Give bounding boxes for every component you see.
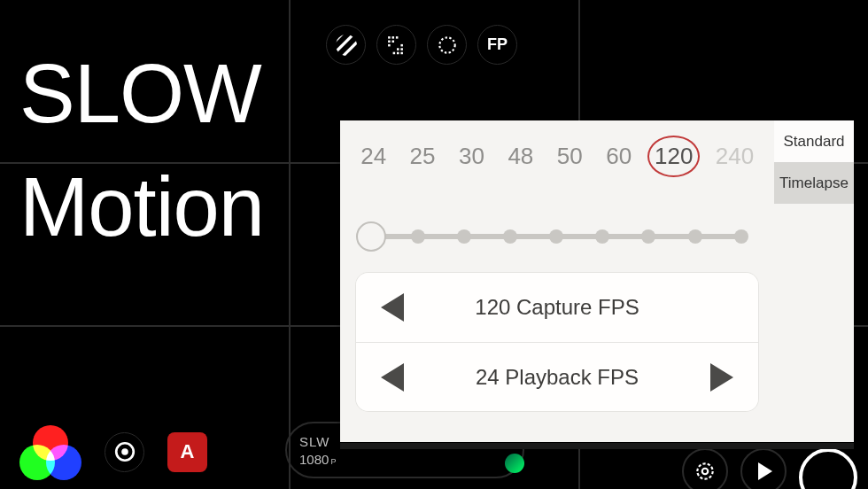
play-icon[interactable] xyxy=(740,448,787,489)
fps-option-25[interactable]: 25 xyxy=(402,137,443,175)
svg-rect-5 xyxy=(388,36,391,39)
exposure-icon[interactable] xyxy=(427,25,467,65)
svg-rect-8 xyxy=(388,40,391,43)
transport-controls xyxy=(682,448,868,489)
fps-option-240: 240 xyxy=(709,137,761,175)
hero-title-line2: Motion xyxy=(19,159,264,255)
capture-fps-stepper: 120 Capture FPS xyxy=(356,273,758,342)
fps-option-50[interactable]: 50 xyxy=(549,137,590,175)
fps-settings-panel: 24 25 30 48 50 60 120 240 120 Capture FP… xyxy=(340,120,854,442)
svg-rect-11 xyxy=(400,43,403,46)
fps-option-120[interactable]: 120 xyxy=(647,136,700,177)
fps-option-60[interactable]: 60 xyxy=(599,137,639,175)
playback-fps-next[interactable] xyxy=(710,363,733,392)
svg-rect-15 xyxy=(397,51,399,54)
svg-rect-9 xyxy=(391,40,394,43)
svg-rect-13 xyxy=(400,48,403,50)
svg-point-19 xyxy=(121,448,128,455)
settings-gear-icon[interactable] xyxy=(682,448,728,489)
fps-option-30[interactable]: 30 xyxy=(451,137,492,175)
svg-rect-12 xyxy=(397,48,399,50)
fps-option-24[interactable]: 24 xyxy=(353,137,394,175)
capture-fps-label: 120 Capture FPS xyxy=(475,295,639,320)
fps-option-48[interactable]: 48 xyxy=(500,137,541,175)
color-wheel-icon[interactable] xyxy=(19,425,81,478)
record-indicator-icon xyxy=(505,454,524,473)
svg-rect-10 xyxy=(388,43,391,46)
playback-slider[interactable] xyxy=(360,223,755,250)
svg-point-20 xyxy=(697,463,712,478)
svg-point-21 xyxy=(702,469,709,475)
focus-peaking-icon[interactable] xyxy=(376,25,416,65)
playback-fps-stepper: 24 Playback FPS xyxy=(356,342,758,411)
tab-standard[interactable]: Standard xyxy=(774,120,854,162)
svg-rect-14 xyxy=(392,51,395,54)
top-tools-row: FP xyxy=(326,25,517,65)
fps-options-row: 24 25 30 48 50 60 120 240 xyxy=(340,129,774,182)
svg-point-17 xyxy=(439,37,454,52)
panel-tabs: Standard Timelapse xyxy=(774,120,854,442)
playback-fps-prev[interactable] xyxy=(381,363,404,392)
resolution-label: 1080P xyxy=(299,452,523,467)
capture-fps-prev[interactable] xyxy=(381,293,404,322)
tab-timelapse[interactable]: Timelapse xyxy=(774,162,854,204)
svg-rect-7 xyxy=(395,36,398,39)
bottom-tools-row: A xyxy=(19,425,207,478)
peak-assist-button[interactable]: A xyxy=(167,432,207,472)
playback-fps-label: 24 Playback FPS xyxy=(476,365,639,390)
svg-rect-16 xyxy=(400,51,403,54)
peak-assist-letter: A xyxy=(181,440,195,463)
svg-rect-6 xyxy=(391,36,394,39)
zebra-icon[interactable] xyxy=(326,25,366,65)
fp-button[interactable]: FP xyxy=(477,25,517,65)
focus-target-icon[interactable] xyxy=(105,432,144,472)
hero-title-line1: SLOW xyxy=(19,46,261,142)
playback-slider-handle[interactable] xyxy=(356,221,386,252)
record-button[interactable] xyxy=(799,448,857,489)
